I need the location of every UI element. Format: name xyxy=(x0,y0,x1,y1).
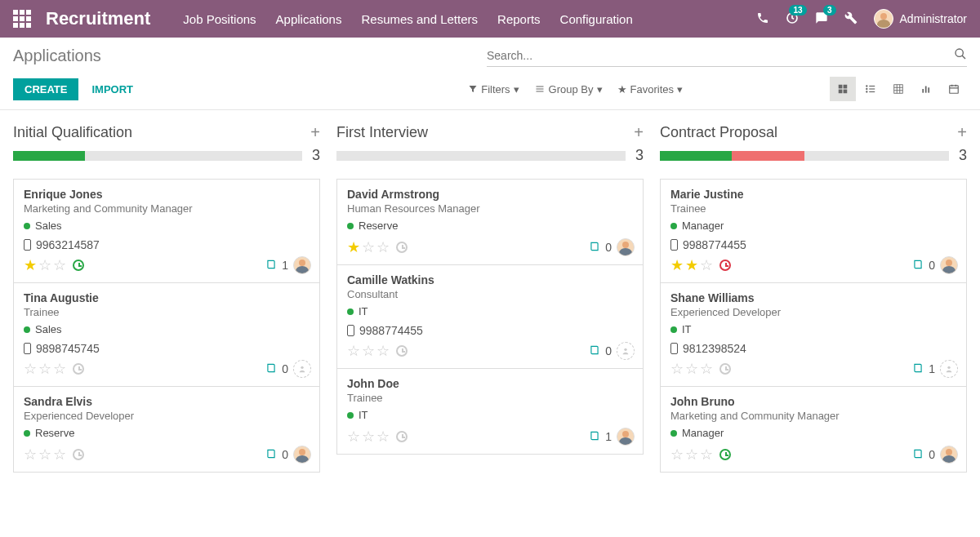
debug-icon[interactable] xyxy=(844,11,858,27)
assignee-avatar[interactable] xyxy=(617,238,635,256)
tag-label: Manager xyxy=(682,427,724,439)
star-icon[interactable]: ☆ xyxy=(376,428,390,446)
quick-create-button[interactable]: + xyxy=(310,123,320,142)
star-icon[interactable]: ☆ xyxy=(376,238,390,256)
star-icon[interactable]: ★ xyxy=(670,256,684,274)
user-menu[interactable]: Administrator xyxy=(874,9,967,29)
applicant-card[interactable]: Sandra Elvis Experienced Developer Reser… xyxy=(14,387,319,472)
apps-menu-icon[interactable] xyxy=(13,10,31,28)
star-icon[interactable]: ☆ xyxy=(700,360,713,378)
search-icon[interactable] xyxy=(954,47,967,63)
pivot-view-button[interactable] xyxy=(885,77,911,101)
kanban-view-button[interactable] xyxy=(830,77,856,101)
filter-group: Filters ▾ Group By ▾ ★ Favorites ▾ xyxy=(468,83,683,95)
create-button[interactable]: CREATE xyxy=(13,78,78,100)
graph-view-button[interactable] xyxy=(913,77,939,101)
activity-clock-icon[interactable] xyxy=(719,449,731,460)
applicant-card[interactable]: John Bruno Marketing and Community Manag… xyxy=(661,387,966,472)
assignee-avatar[interactable] xyxy=(617,428,635,446)
assignee-avatar[interactable] xyxy=(293,446,311,464)
progress-bar[interactable] xyxy=(336,151,626,161)
star-icon[interactable]: ☆ xyxy=(347,428,360,446)
menu-resumes-letters[interactable]: Resumes and Letters xyxy=(361,12,478,26)
star-icon[interactable]: ☆ xyxy=(38,256,51,274)
attachment-icon[interactable] xyxy=(912,362,924,376)
applicant-card[interactable]: Tina Augustie Trainee Sales 9898745745 ☆… xyxy=(14,283,319,387)
attachment-icon[interactable] xyxy=(589,430,600,444)
star-icon[interactable]: ☆ xyxy=(347,342,360,360)
star-icon[interactable]: ★ xyxy=(347,238,360,256)
star-icon[interactable]: ☆ xyxy=(685,446,698,464)
quick-create-button[interactable]: + xyxy=(957,123,967,142)
activity-clock-icon[interactable] xyxy=(719,363,731,375)
attachment-icon[interactable] xyxy=(589,344,600,358)
activity-clock-icon[interactable] xyxy=(396,345,408,357)
import-button[interactable]: IMPORT xyxy=(91,83,133,95)
favorites-dropdown[interactable]: ★ Favorites ▾ xyxy=(617,83,683,95)
attachment-icon[interactable] xyxy=(265,362,277,376)
applicant-card[interactable]: Marie Justine Trainee Manager 9988774455… xyxy=(661,180,966,283)
activity-clock-icon[interactable] xyxy=(396,242,408,253)
attachment-icon[interactable] xyxy=(912,448,924,462)
menu-reports[interactable]: Reports xyxy=(497,12,541,26)
column-title[interactable]: Contract Proposal xyxy=(660,124,777,141)
star-icon[interactable]: ☆ xyxy=(38,446,51,464)
star-icon[interactable]: ☆ xyxy=(24,360,37,378)
star-icon[interactable]: ☆ xyxy=(38,360,51,378)
filters-dropdown[interactable]: Filters ▾ xyxy=(468,83,519,95)
phone-icon[interactable] xyxy=(756,11,769,27)
assignee-avatar[interactable] xyxy=(940,256,958,274)
applicant-card[interactable]: David Armstrong Human Resources Manager … xyxy=(337,180,643,265)
assignee-avatar[interactable] xyxy=(940,446,958,464)
applicant-card[interactable]: John Doe Trainee IT ☆☆☆ 1 xyxy=(337,369,643,454)
star-icon[interactable]: ☆ xyxy=(376,342,390,360)
activity-icon[interactable]: 13 xyxy=(786,11,799,27)
column-title[interactable]: First Interview xyxy=(336,124,428,141)
svg-rect-9 xyxy=(894,85,903,94)
star-icon[interactable]: ☆ xyxy=(362,428,375,446)
activity-clock-icon[interactable] xyxy=(719,260,731,271)
attachment-icon[interactable] xyxy=(265,259,277,273)
star-icon[interactable]: ☆ xyxy=(670,360,684,378)
star-icon[interactable]: ☆ xyxy=(362,342,375,360)
calendar-view-button[interactable] xyxy=(941,77,967,101)
assignee-placeholder[interactable] xyxy=(940,360,958,378)
progress-bar[interactable] xyxy=(660,151,949,161)
column-title[interactable]: Initial Qualification xyxy=(13,124,132,141)
list-view-button[interactable] xyxy=(858,77,884,101)
applicant-card[interactable]: Camille Watkins Consultant IT 9988774455… xyxy=(337,265,643,369)
attachment-icon[interactable] xyxy=(912,259,924,273)
star-icon[interactable]: ☆ xyxy=(700,446,713,464)
menu-applications[interactable]: Applications xyxy=(276,12,342,26)
star-icon[interactable]: ☆ xyxy=(24,446,37,464)
quick-create-button[interactable]: + xyxy=(634,123,644,142)
star-icon[interactable]: ☆ xyxy=(670,446,684,464)
assignee-placeholder[interactable] xyxy=(617,342,635,360)
applicant-card[interactable]: Enrique Jones Marketing and Community Ma… xyxy=(14,180,319,283)
groupby-dropdown[interactable]: Group By ▾ xyxy=(534,83,603,95)
chat-icon[interactable]: 3 xyxy=(815,11,828,27)
svg-rect-5 xyxy=(844,90,848,94)
star-icon[interactable]: ☆ xyxy=(53,360,66,378)
menu-job-positions[interactable]: Job Positions xyxy=(183,12,256,26)
activity-clock-icon[interactable] xyxy=(73,449,84,460)
star-icon[interactable]: ★ xyxy=(24,256,37,274)
search-input[interactable] xyxy=(487,49,954,62)
star-icon[interactable]: ☆ xyxy=(685,360,698,378)
star-icon[interactable]: ☆ xyxy=(53,446,66,464)
star-icon[interactable]: ☆ xyxy=(53,256,66,274)
star-icon[interactable]: ☆ xyxy=(700,256,713,274)
assignee-avatar[interactable] xyxy=(293,256,311,274)
attachment-icon[interactable] xyxy=(265,448,277,462)
star-icon[interactable]: ★ xyxy=(685,256,698,274)
star-icon[interactable]: ☆ xyxy=(362,238,375,256)
applicant-card[interactable]: Shane Williams Experienced Developer IT … xyxy=(661,283,966,387)
menu-configuration[interactable]: Configuration xyxy=(560,12,633,26)
activity-clock-icon[interactable] xyxy=(396,431,408,442)
user-name: Administrator xyxy=(900,12,967,25)
progress-bar[interactable] xyxy=(13,151,302,161)
activity-clock-icon[interactable] xyxy=(73,363,84,375)
activity-clock-icon[interactable] xyxy=(73,260,84,271)
assignee-placeholder[interactable] xyxy=(293,360,311,378)
attachment-icon[interactable] xyxy=(589,241,600,255)
